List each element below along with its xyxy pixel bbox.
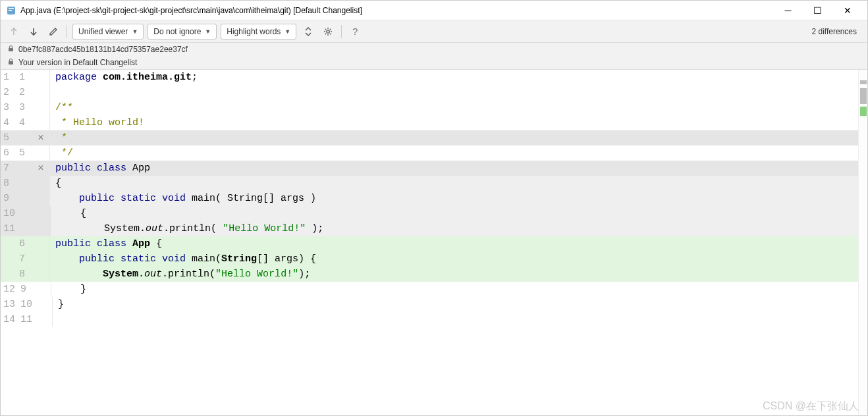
line-gutter: 65 [1, 145, 50, 161]
svg-point-3 [327, 30, 329, 32]
settings-button[interactable] [320, 24, 336, 39]
line-content[interactable]: public static void main(String[] args) { [50, 251, 867, 267]
line-gutter: 33 [1, 100, 50, 115]
revert-marker[interactable]: ✕ [32, 161, 49, 176]
svg-rect-4 [9, 48, 13, 51]
chevron-down-icon: ▼ [205, 28, 211, 35]
revert-marker [35, 312, 52, 327]
toolbar-separator [341, 25, 342, 38]
diff-toolbar: Unified viewer ▼ Do not ignore ▼ Highlig… [1, 20, 867, 43]
close-button[interactable]: ✕ [832, 1, 862, 20]
line-content[interactable]: public static void main( String[] args ) [50, 191, 867, 206]
commit-info-row: 0be7fc887acdc45b18131b14cd75357ae2ee37cf [1, 43, 867, 56]
code-line[interactable]: 33/** [1, 100, 867, 115]
code-line[interactable]: 7 public static void main(String[] args)… [1, 251, 867, 267]
line-gutter: 44 [1, 115, 50, 130]
line-gutter: 7 [1, 251, 50, 267]
version-label: Your version in Default Changelist [18, 58, 137, 67]
line-gutter: 6 [1, 236, 50, 251]
ignore-dropdown[interactable]: Do not ignore ▼ [148, 24, 217, 39]
line-content[interactable]: System.out.println("Hello World!"); [50, 267, 867, 282]
toolbar-separator [67, 25, 67, 38]
line-content[interactable]: } [53, 297, 867, 312]
maximize-button[interactable]: ☐ [803, 1, 832, 20]
highlight-label: Highlight words [227, 27, 281, 36]
code-line[interactable]: 6public class App { [1, 236, 867, 251]
code-line[interactable]: 11 System.out.println( "Hello World!" ); [1, 221, 867, 236]
line-gutter: 129 [1, 282, 51, 297]
line-gutter: 10 [1, 206, 51, 221]
line-gutter: 1411 [1, 312, 53, 327]
line-content[interactable]: * Hello world! [50, 115, 867, 130]
line-gutter: 9 [1, 191, 50, 206]
line-content[interactable]: * [50, 130, 867, 145]
edit-source-button[interactable] [45, 24, 61, 39]
line-gutter: 11 [1, 221, 51, 236]
viewer-mode-label: Unified viewer [78, 27, 128, 36]
line-content[interactable]: /** [50, 100, 867, 115]
line-content[interactable] [53, 312, 867, 327]
diff-editor[interactable]: 11package com.itheima.git;2233/**44 * He… [1, 70, 867, 415]
ignore-label: Do not ignore [153, 27, 201, 36]
code-line[interactable]: 10 { [1, 206, 867, 221]
code-line[interactable]: 129 } [1, 282, 867, 297]
revert-marker[interactable]: ✕ [32, 130, 49, 145]
line-content[interactable]: System.out.println( "Hello World!" ); [51, 221, 867, 236]
line-content[interactable]: { [50, 176, 867, 191]
code-line[interactable]: 5✕ * [1, 130, 867, 145]
revert-marker [32, 251, 49, 267]
help-button[interactable]: ? [347, 24, 363, 39]
revert-marker [32, 176, 49, 191]
code-line[interactable]: 8 System.out.println("Hello World!"); [1, 267, 867, 282]
lock-icon [7, 45, 14, 54]
line-content[interactable]: { [51, 206, 867, 221]
lock-icon [7, 58, 14, 67]
line-content[interactable]: public class App [50, 161, 867, 176]
svg-rect-1 [9, 8, 14, 9]
line-gutter: 8 [1, 267, 50, 282]
line-gutter: 7✕ [1, 161, 50, 176]
code-line[interactable]: 44 * Hello world! [1, 115, 867, 130]
code-line[interactable]: 22 [1, 85, 867, 100]
code-line[interactable]: 8{ [1, 176, 867, 191]
revert-marker [32, 70, 49, 85]
next-diff-button[interactable] [26, 24, 41, 39]
code-line[interactable]: 9 public static void main( String[] args… [1, 191, 867, 206]
highlight-dropdown[interactable]: Highlight words ▼ [221, 24, 296, 39]
revert-marker [32, 267, 49, 282]
prev-diff-button[interactable] [6, 24, 22, 39]
code-line[interactable]: 1411 [1, 312, 867, 327]
revert-marker [32, 145, 49, 161]
window-title: App.java (E:\project-sk\git-project-sk\g… [20, 6, 773, 15]
revert-marker [32, 100, 49, 115]
svg-rect-2 [9, 10, 12, 11]
line-content[interactable]: */ [50, 145, 867, 161]
line-content[interactable]: } [51, 282, 867, 297]
version-info-row: Your version in Default Changelist [1, 56, 867, 69]
line-content[interactable]: package com.itheima.git; [50, 70, 867, 85]
code-line[interactable]: 1310} [1, 297, 867, 312]
scroll-marker-strip[interactable] [858, 70, 867, 415]
revert-marker [35, 297, 52, 312]
minimize-button[interactable]: ─ [773, 1, 803, 20]
revert-marker [34, 282, 51, 297]
line-content[interactable]: public class App { [50, 236, 867, 251]
chevron-down-icon: ▼ [132, 28, 138, 35]
line-gutter: 1310 [1, 297, 53, 312]
line-gutter: 11 [1, 70, 50, 85]
line-gutter: 5✕ [1, 130, 50, 145]
revert-marker [32, 191, 49, 206]
diff-count-label: 2 differences [812, 27, 863, 36]
revert-marker [32, 115, 49, 130]
code-line[interactable]: 7✕public class App [1, 161, 867, 176]
titlebar: App.java (E:\project-sk\git-project-sk\g… [1, 1, 867, 20]
line-content[interactable] [50, 85, 867, 100]
revert-marker [32, 85, 49, 100]
code-line[interactable]: 11package com.itheima.git; [1, 70, 867, 85]
revert-marker [34, 221, 51, 236]
commit-hash: 0be7fc887acdc45b18131b14cd75357ae2ee37cf [18, 45, 188, 54]
viewer-mode-dropdown[interactable]: Unified viewer ▼ [72, 24, 144, 39]
expand-collapse-button[interactable] [300, 24, 316, 39]
code-line[interactable]: 65 */ [1, 145, 867, 161]
svg-rect-5 [9, 61, 13, 65]
